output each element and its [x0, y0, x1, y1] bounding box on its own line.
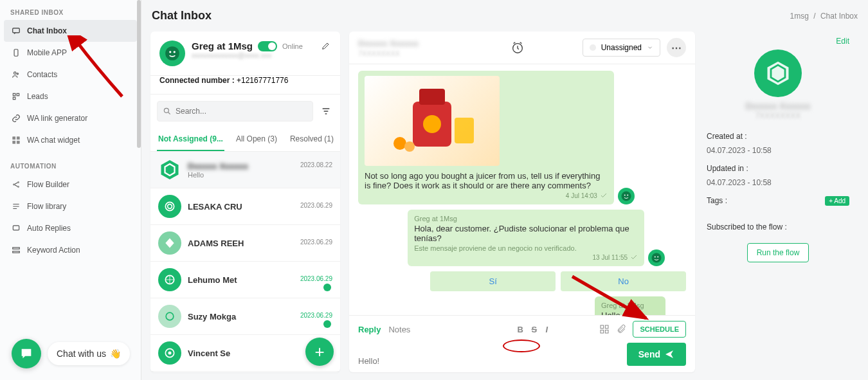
breadcrumb: 1msg / Chat Inbox: [790, 12, 858, 21]
conversation-header: Dxxxxx Xxxxxx 7XXXXXXXX Unassigned ⋯: [349, 32, 695, 64]
chat-widget: Chat with us 👋: [12, 339, 130, 368]
tab-resolved[interactable]: Resolved (1): [289, 128, 335, 151]
conv-contact-name: Dxxxxx Xxxxxx: [358, 39, 419, 48]
sidebar-item-chat-inbox[interactable]: Chat Inbox: [4, 20, 137, 42]
more-menu[interactable]: ⋯: [667, 38, 686, 57]
sidebar-item-contacts[interactable]: Contacts: [4, 64, 137, 86]
unread-badge: [323, 320, 331, 328]
message-image[interactable]: [365, 76, 500, 166]
composer-tab-notes[interactable]: Notes: [388, 325, 410, 334]
scrollbar[interactable]: [137, 0, 141, 148]
chat-item[interactable]: LESAKA CRU2023.06.29: [150, 188, 340, 225]
sidebar-item-auto-replies[interactable]: Auto Replies: [4, 217, 137, 239]
composer: Reply Notes B S I SCHEDULE Hello!: [349, 315, 695, 372]
svg-point-12: [17, 181, 19, 183]
filter-button[interactable]: [318, 104, 334, 119]
svg-point-35: [393, 137, 406, 150]
strike-icon[interactable]: S: [531, 325, 540, 334]
composer-textarea[interactable]: Hello!: [358, 356, 622, 366]
search-input[interactable]: [157, 101, 313, 122]
online-toggle[interactable]: [258, 41, 277, 51]
tab-all-open[interactable]: All Open (3): [235, 128, 278, 151]
sidebar-item-flow-builder[interactable]: Flow Builder: [4, 174, 137, 195]
chat-name: Dxxxxx Xxxxxx: [188, 161, 248, 171]
svg-point-36: [404, 141, 415, 152]
chat-widget-label[interactable]: Chat with us 👋: [48, 342, 130, 365]
sidebar-label: Leads: [27, 92, 48, 101]
svg-marker-25: [165, 239, 174, 248]
template-icon[interactable]: [599, 324, 610, 334]
check-icon: [630, 253, 638, 261]
tab-not-assigned[interactable]: Not Assigned (9...: [157, 128, 224, 151]
sidebar-label: Chat Inbox: [27, 26, 67, 35]
sidebar-section-automation: AUTOMATION: [4, 159, 137, 174]
schedule-button[interactable]: SCHEDULE: [633, 321, 686, 338]
message-out: Greg at 1Msg Hello 22 Aug 11:53: [595, 296, 665, 315]
share-icon: [12, 180, 21, 189]
svg-rect-5: [17, 93, 19, 96]
created-value: 04.07.2023 - 10:58: [707, 146, 772, 155]
search-row: [150, 95, 340, 128]
sidebar-label: Keyword Action: [27, 246, 80, 255]
created-label: Created at :: [707, 132, 747, 141]
send-button[interactable]: Send: [627, 343, 686, 366]
add-tag-button[interactable]: + Add: [825, 196, 849, 206]
chat-name: Lehumo Met: [188, 275, 237, 285]
keyword-icon: [12, 246, 21, 255]
svg-rect-4: [13, 93, 15, 96]
chat-item[interactable]: Dxxxxx Xxxxxx2023.08.22 Hello: [150, 152, 340, 188]
svg-point-18: [169, 51, 171, 53]
composer-tab-reply[interactable]: Reply: [358, 325, 381, 334]
search-field[interactable]: [176, 107, 307, 116]
conversation-panel: Dxxxxx Xxxxxx 7XXXXXXXX Unassigned ⋯: [349, 32, 695, 372]
clock-icon[interactable]: [511, 41, 525, 55]
sidebar-item-wa-widget[interactable]: WA chat widget: [4, 129, 137, 151]
avatar-face-icon: [164, 45, 181, 62]
juicer-image-icon: [374, 82, 490, 159]
quick-reply-yes[interactable]: Sí: [430, 271, 556, 291]
chat-widget-button[interactable]: [12, 339, 41, 368]
assign-dropdown[interactable]: Unassigned: [583, 39, 660, 57]
chat-item[interactable]: ADAMS REEH2023.06.29: [150, 225, 340, 262]
chat-icon: [12, 26, 21, 35]
contact-name: Greg at 1Msg: [192, 41, 253, 51]
svg-rect-8: [17, 137, 19, 140]
svg-rect-46: [601, 325, 604, 329]
details-name: Dxxxxx Xxxxxx: [707, 101, 849, 111]
svg-rect-32: [419, 89, 445, 105]
details-phone: 7XXXXXXXX: [707, 111, 849, 120]
widget-icon: [12, 136, 21, 145]
new-chat-fab[interactable]: +: [305, 338, 334, 366]
sidebar-item-wa-link[interactable]: WA link generator: [4, 107, 137, 129]
edit-link[interactable]: Edit: [707, 37, 849, 46]
svg-point-33: [423, 115, 441, 133]
sidebar-item-mobile-app[interactable]: Mobile APP: [4, 42, 137, 64]
contact-info: Greg at 1Msg Online xxxxxxxxxxxxx@xxxx.x…: [192, 41, 331, 59]
bold-icon[interactable]: B: [517, 325, 526, 334]
sidebar-section-shared: SHARED INBOX: [4, 5, 137, 20]
sidebar-item-flow-library[interactable]: Flow library: [4, 195, 137, 217]
sidebar-item-keyword-action[interactable]: Keyword Action: [4, 239, 137, 261]
svg-marker-21: [161, 160, 179, 179]
svg-point-24: [168, 204, 172, 209]
chat-list-panel: Greg at 1Msg Online xxxxxxxxxxxxx@xxxx.x…: [150, 32, 340, 372]
italic-icon[interactable]: I: [545, 325, 554, 334]
sidebar-label: Flow Builder: [27, 180, 69, 189]
svg-point-41: [655, 257, 656, 258]
run-flow-button[interactable]: Run the flow: [747, 243, 809, 262]
message-out: Not so long ago you bought a juicer from…: [358, 71, 614, 204]
quick-reply-no[interactable]: No: [561, 271, 686, 291]
svg-rect-16: [13, 251, 20, 253]
attach-icon[interactable]: [616, 324, 626, 334]
sidebar-item-leads[interactable]: Leads: [4, 86, 137, 107]
chat-date: 2023.06.29: [300, 275, 332, 282]
chat-item[interactable]: Suzy Mokga2023.06.29: [150, 298, 340, 335]
svg-point-29: [168, 352, 172, 355]
chat-avatar: [158, 158, 181, 181]
breadcrumb-root[interactable]: 1msg: [790, 12, 809, 21]
chat-item[interactable]: Lehumo Met2023.06.29: [150, 262, 340, 298]
quick-reply-buttons: Sí No: [430, 271, 686, 291]
contact-header: Greg at 1Msg Online xxxxxxxxxxxxx@xxxx.x…: [150, 32, 340, 76]
message-text: Hola, dear customer. ¿Pudiste solucionar…: [414, 224, 638, 243]
pencil-icon[interactable]: [321, 41, 331, 51]
